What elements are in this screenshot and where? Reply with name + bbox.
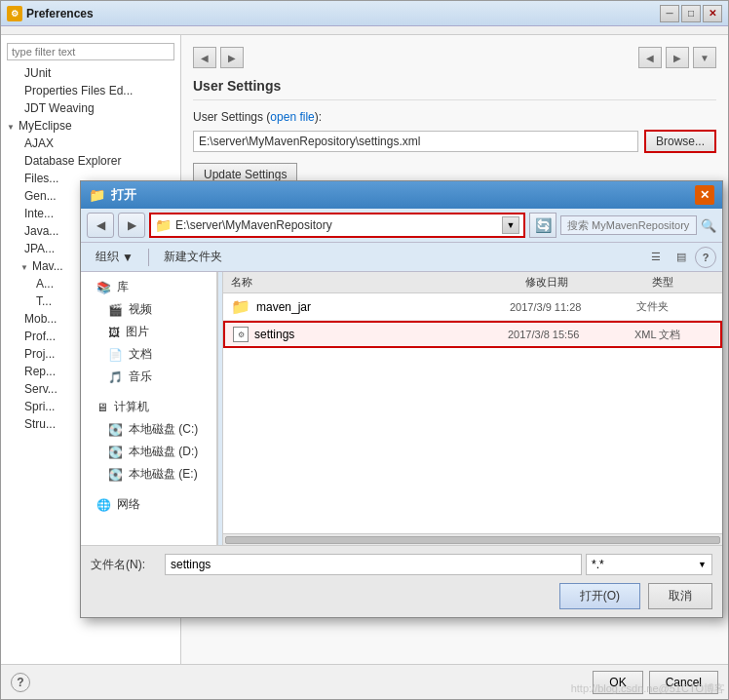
browse-button[interactable]: Browse... (644, 130, 716, 153)
video-label: 视频 (129, 301, 152, 318)
nav-btn-1[interactable]: ◀ (638, 47, 662, 68)
forward-button[interactable]: ▶ (220, 47, 244, 68)
music-label: 音乐 (129, 369, 152, 385)
left-library-header: 📚 库 (81, 276, 216, 298)
dialog-buttons-row: 打开(O) 取消 (91, 583, 712, 609)
help-icon[interactable]: ? (11, 673, 30, 692)
section-title: User Settings (193, 78, 716, 100)
file-list-header: 名称 修改日期 类型 (223, 272, 722, 293)
dialog-right-panel: 名称 修改日期 类型 📁 maven_jar 2017/3/9 11:28 文件… (223, 272, 722, 545)
computer-icon: 🖥 (96, 401, 108, 414)
refresh-button[interactable]: 🔄 (529, 213, 556, 238)
organize-button[interactable]: 组织 ▼ (87, 246, 142, 268)
sidebar-item-junit[interactable]: JUnit (1, 64, 180, 82)
drive-c-icon: 💽 (108, 423, 123, 437)
search-icon: 🔍 (701, 218, 716, 233)
settings-path-input[interactable] (193, 131, 638, 152)
left-item-drive-e[interactable]: 💽 本地磁盘 (E:) (81, 463, 216, 486)
left-network-header[interactable]: 🌐 网络 (81, 493, 216, 516)
file-list: 📁 maven_jar 2017/3/9 11:28 文件夹 ⚙ setting… (223, 293, 722, 533)
organize-arrow: ▼ (122, 251, 134, 264)
file-type-settings: XML 文档 (634, 328, 712, 342)
photos-label: 图片 (126, 324, 149, 340)
nav-btn-2[interactable]: ▶ (666, 47, 689, 68)
settings-label: User Settings (open file): (193, 110, 716, 124)
filename-row: 文件名(N): *.* ▼ (91, 554, 712, 575)
back-button[interactable]: ◀ (193, 47, 216, 68)
close-button[interactable]: ✕ (703, 5, 722, 22)
dialog-title-icon: 📁 (89, 187, 105, 203)
dialog-title-text: 打开 (111, 186, 136, 204)
file-name-maven-jar: 📁 maven_jar (231, 297, 510, 316)
left-item-photos[interactable]: 🖼 图片 (81, 321, 216, 343)
sidebar-item-ajax[interactable]: AJAX (1, 135, 180, 152)
dialog-back-button[interactable]: ◀ (87, 213, 114, 238)
preferences-title-bar: ⚙ Preferences ─ □ ✕ (1, 1, 728, 26)
minimize-button[interactable]: ─ (660, 5, 679, 22)
file-row-settings[interactable]: ⚙ settings 2017/3/8 15:56 XML 文档 (223, 321, 722, 348)
file-open-dialog: 📁 打开 ✕ ◀ ▶ 📁 ▼ 🔄 🔍 组织 ▼ 新建文件夹 ☰ ▤ ? (80, 180, 723, 618)
filetype-dropdown[interactable]: *.* ▼ (586, 554, 712, 575)
computer-label: 计算机 (114, 399, 149, 415)
dialog-title-bar: 📁 打开 ✕ (81, 181, 722, 209)
left-computer-header: 🖥 计算机 (81, 396, 216, 418)
open-button[interactable]: 打开(O) (559, 583, 640, 609)
filter-input[interactable] (7, 43, 174, 60)
drive-d-icon: 💽 (108, 446, 123, 459)
horizontal-scrollbar[interactable] (223, 533, 722, 545)
organize-label: 组织 (96, 249, 119, 265)
library-label: 库 (117, 279, 129, 295)
sidebar-item-dbexplorer[interactable]: Database Explorer (1, 152, 180, 170)
drive-c-label: 本地磁盘 (C:) (129, 421, 198, 438)
path-input[interactable] (175, 218, 502, 232)
path-dropdown-button[interactable]: ▼ (502, 216, 519, 234)
video-icon: 🎬 (108, 303, 123, 317)
window-controls: ─ □ ✕ (660, 5, 722, 22)
settings-path-row: Browse... (193, 130, 716, 153)
dialog-forward-button[interactable]: ▶ (118, 213, 145, 238)
network-label: 网络 (117, 496, 140, 513)
file-label-settings: settings (254, 328, 294, 341)
file-type-maven-jar: 文件夹 (636, 299, 714, 314)
col-type-header[interactable]: 类型 (644, 275, 722, 290)
search-input[interactable] (560, 215, 697, 235)
sidebar-item-jdt[interactable]: JDT Weaving (1, 99, 180, 117)
xml-icon-settings: ⚙ (233, 327, 249, 342)
sidebar-item-properties[interactable]: Properties Files Ed... (1, 82, 180, 99)
col-date-header[interactable]: 修改日期 (518, 275, 644, 290)
left-item-video[interactable]: 🎬 视频 (81, 298, 216, 321)
drive-e-icon: 💽 (108, 468, 123, 482)
nav-btn-3[interactable]: ▼ (693, 47, 716, 68)
sidebar-item-myeclipse[interactable]: MyEclipse (1, 117, 180, 135)
file-label-maven-jar: maven_jar (256, 300, 311, 314)
dialog-body: 📚 库 🎬 视频 🖼 图片 📄 文档 🎵 音乐 🖥 计算 (81, 272, 722, 545)
dialog-toolbar: 组织 ▼ 新建文件夹 ☰ ▤ ? (81, 243, 722, 272)
left-item-drive-d[interactable]: 💽 本地磁盘 (D:) (81, 441, 216, 463)
left-item-drive-c[interactable]: 💽 本地磁盘 (C:) (81, 418, 216, 441)
filename-label: 文件名(N): (91, 557, 159, 573)
open-file-link[interactable]: open file (270, 110, 314, 124)
file-date-settings: 2017/3/8 15:56 (508, 329, 634, 340)
col-name-header[interactable]: 名称 (223, 275, 518, 290)
view-details-button[interactable]: ▤ (670, 247, 693, 268)
path-folder-icon: 📁 (155, 217, 172, 233)
preferences-title: Preferences (26, 7, 660, 20)
network-icon: 🌐 (96, 498, 111, 512)
file-row-maven-jar[interactable]: 📁 maven_jar 2017/3/9 11:28 文件夹 (223, 293, 722, 321)
filename-input[interactable] (165, 554, 582, 575)
left-item-docs[interactable]: 📄 文档 (81, 343, 216, 366)
library-icon: 📚 (96, 281, 111, 294)
dialog-help-button[interactable]: ? (695, 247, 716, 268)
path-input-wrapper: 📁 ▼ (149, 213, 525, 238)
view-list-button[interactable]: ☰ (644, 247, 668, 268)
dialog-close-button[interactable]: ✕ (695, 185, 714, 205)
watermark: http://blog.csdn.ne@51CTO博客 (571, 681, 725, 696)
maximize-button[interactable]: □ (681, 5, 701, 22)
scroll-bar-thumb[interactable] (225, 536, 720, 544)
drive-e-label: 本地磁盘 (E:) (129, 466, 198, 483)
drive-d-label: 本地磁盘 (D:) (129, 444, 198, 460)
dialog-footer: 文件名(N): *.* ▼ 打开(O) 取消 (81, 545, 722, 617)
new-folder-button[interactable]: 新建文件夹 (155, 246, 231, 268)
left-item-music[interactable]: 🎵 音乐 (81, 366, 216, 388)
dialog-cancel-button[interactable]: 取消 (648, 583, 712, 609)
